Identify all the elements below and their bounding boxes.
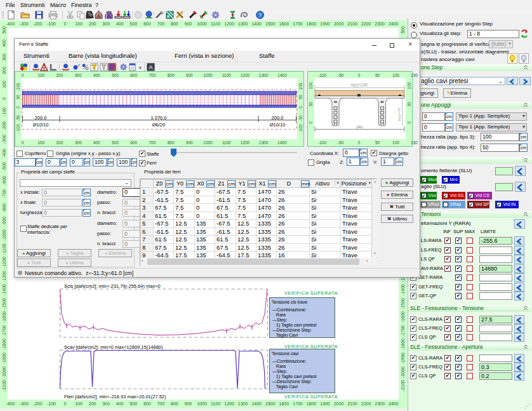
svg-text:240: 240 xyxy=(356,125,363,129)
svg-text:?: ? xyxy=(258,12,262,18)
svg-text:b(z)=240: b(z)=240 xyxy=(351,83,368,88)
svg-text:h(z)=75: h(z)=75 xyxy=(397,107,401,121)
svg-text:A: A xyxy=(149,64,152,71)
